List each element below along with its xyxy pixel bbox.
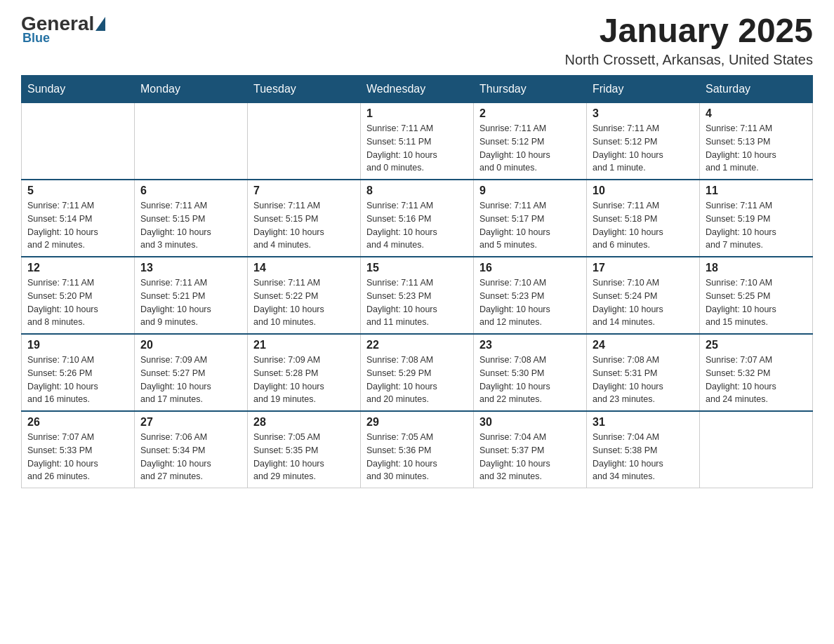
- calendar-cell: 15Sunrise: 7:11 AM Sunset: 5:23 PM Dayli…: [361, 257, 474, 334]
- day-info: Sunrise: 7:11 AM Sunset: 5:13 PM Dayligh…: [706, 122, 807, 175]
- logo-blue-text: Blue: [22, 31, 50, 46]
- day-number: 12: [27, 262, 128, 274]
- day-info: Sunrise: 7:11 AM Sunset: 5:21 PM Dayligh…: [140, 276, 241, 329]
- day-number: 21: [253, 339, 355, 351]
- day-number: 17: [593, 262, 694, 274]
- calendar-cell: 16Sunrise: 7:10 AM Sunset: 5:23 PM Dayli…: [474, 257, 587, 334]
- day-of-week-header: Sunday: [22, 76, 135, 103]
- day-number: 7: [253, 185, 355, 197]
- calendar-cell: 13Sunrise: 7:11 AM Sunset: 5:21 PM Dayli…: [135, 257, 248, 334]
- day-number: 8: [366, 185, 468, 197]
- day-info: Sunrise: 7:11 AM Sunset: 5:15 PM Dayligh…: [253, 199, 355, 252]
- calendar-cell: 5Sunrise: 7:11 AM Sunset: 5:14 PM Daylig…: [22, 180, 135, 257]
- day-info: Sunrise: 7:11 AM Sunset: 5:18 PM Dayligh…: [593, 199, 694, 252]
- day-info: Sunrise: 7:10 AM Sunset: 5:24 PM Dayligh…: [593, 276, 694, 329]
- day-info: Sunrise: 7:11 AM Sunset: 5:17 PM Dayligh…: [479, 199, 581, 252]
- day-number: 18: [706, 262, 807, 274]
- calendar-cell: 4Sunrise: 7:11 AM Sunset: 5:13 PM Daylig…: [700, 103, 813, 180]
- day-info: Sunrise: 7:04 AM Sunset: 5:37 PM Dayligh…: [479, 431, 581, 483]
- day-info: Sunrise: 7:11 AM Sunset: 5:12 PM Dayligh…: [479, 122, 581, 175]
- day-number: 9: [479, 185, 581, 197]
- day-number: 28: [253, 416, 355, 429]
- logo: General Blue: [21, 14, 107, 46]
- calendar-cell: [248, 103, 361, 180]
- calendar-cell: 3Sunrise: 7:11 AM Sunset: 5:12 PM Daylig…: [587, 103, 700, 180]
- day-number: 15: [366, 262, 468, 274]
- calendar-cell: [22, 103, 135, 180]
- day-info: Sunrise: 7:08 AM Sunset: 5:29 PM Dayligh…: [366, 354, 468, 406]
- calendar-cell: 18Sunrise: 7:10 AM Sunset: 5:25 PM Dayli…: [700, 257, 813, 334]
- calendar-table: SundayMondayTuesdayWednesdayThursdayFrid…: [21, 75, 813, 488]
- day-info: Sunrise: 7:05 AM Sunset: 5:35 PM Dayligh…: [253, 431, 355, 483]
- day-number: 29: [366, 416, 468, 429]
- day-number: 19: [27, 339, 128, 351]
- day-of-week-header: Tuesday: [248, 76, 361, 103]
- day-number: 16: [479, 262, 581, 274]
- calendar-cell: 22Sunrise: 7:08 AM Sunset: 5:29 PM Dayli…: [361, 334, 474, 411]
- calendar-cell: 24Sunrise: 7:08 AM Sunset: 5:31 PM Dayli…: [587, 334, 700, 411]
- day-of-week-header: Monday: [135, 76, 248, 103]
- day-info: Sunrise: 7:11 AM Sunset: 5:16 PM Dayligh…: [366, 199, 468, 252]
- day-number: 14: [253, 262, 355, 274]
- calendar-cell: [135, 103, 248, 180]
- calendar-cell: 31Sunrise: 7:04 AM Sunset: 5:38 PM Dayli…: [587, 411, 700, 488]
- day-number: 22: [366, 339, 468, 351]
- calendar-cell: 2Sunrise: 7:11 AM Sunset: 5:12 PM Daylig…: [474, 103, 587, 180]
- calendar-cell: 30Sunrise: 7:04 AM Sunset: 5:37 PM Dayli…: [474, 411, 587, 488]
- day-number: 6: [140, 185, 241, 197]
- calendar-cell: 23Sunrise: 7:08 AM Sunset: 5:30 PM Dayli…: [474, 334, 587, 411]
- day-info: Sunrise: 7:11 AM Sunset: 5:20 PM Dayligh…: [27, 276, 128, 329]
- week-row: 5Sunrise: 7:11 AM Sunset: 5:14 PM Daylig…: [22, 180, 813, 257]
- day-number: 26: [27, 416, 128, 429]
- day-of-week-header: Friday: [587, 76, 700, 103]
- day-info: Sunrise: 7:11 AM Sunset: 5:11 PM Dayligh…: [366, 122, 468, 175]
- day-number: 24: [593, 339, 694, 351]
- day-number: 1: [366, 107, 468, 120]
- day-of-week-header: Saturday: [700, 76, 813, 103]
- calendar-cell: 7Sunrise: 7:11 AM Sunset: 5:15 PM Daylig…: [248, 180, 361, 257]
- day-info: Sunrise: 7:04 AM Sunset: 5:38 PM Dayligh…: [593, 431, 694, 483]
- week-row: 12Sunrise: 7:11 AM Sunset: 5:20 PM Dayli…: [22, 257, 813, 334]
- day-info: Sunrise: 7:08 AM Sunset: 5:31 PM Dayligh…: [593, 354, 694, 406]
- day-of-week-header: Wednesday: [361, 76, 474, 103]
- day-info: Sunrise: 7:11 AM Sunset: 5:23 PM Dayligh…: [366, 276, 468, 329]
- month-title: January 2025: [565, 14, 814, 48]
- day-info: Sunrise: 7:08 AM Sunset: 5:30 PM Dayligh…: [479, 354, 581, 406]
- calendar-cell: 21Sunrise: 7:09 AM Sunset: 5:28 PM Dayli…: [248, 334, 361, 411]
- day-info: Sunrise: 7:11 AM Sunset: 5:22 PM Dayligh…: [253, 276, 355, 329]
- calendar-cell: 11Sunrise: 7:11 AM Sunset: 5:19 PM Dayli…: [700, 180, 813, 257]
- logo-triangle-icon: [95, 17, 105, 31]
- week-row: 26Sunrise: 7:07 AM Sunset: 5:33 PM Dayli…: [22, 411, 813, 488]
- week-row: 1Sunrise: 7:11 AM Sunset: 5:11 PM Daylig…: [22, 103, 813, 180]
- day-info: Sunrise: 7:09 AM Sunset: 5:27 PM Dayligh…: [140, 354, 241, 406]
- day-of-week-header: Thursday: [474, 76, 587, 103]
- day-number: 30: [479, 416, 581, 429]
- day-number: 25: [706, 339, 807, 351]
- day-number: 13: [140, 262, 241, 274]
- calendar-cell: 17Sunrise: 7:10 AM Sunset: 5:24 PM Dayli…: [587, 257, 700, 334]
- calendar-cell: 8Sunrise: 7:11 AM Sunset: 5:16 PM Daylig…: [361, 180, 474, 257]
- day-info: Sunrise: 7:06 AM Sunset: 5:34 PM Dayligh…: [140, 431, 241, 483]
- day-number: 27: [140, 416, 241, 429]
- calendar-cell: 1Sunrise: 7:11 AM Sunset: 5:11 PM Daylig…: [361, 103, 474, 180]
- day-info: Sunrise: 7:09 AM Sunset: 5:28 PM Dayligh…: [253, 354, 355, 406]
- calendar-header-row: SundayMondayTuesdayWednesdayThursdayFrid…: [22, 76, 813, 103]
- location-title: North Crossett, Arkansas, United States: [565, 52, 814, 68]
- calendar-cell: 26Sunrise: 7:07 AM Sunset: 5:33 PM Dayli…: [22, 411, 135, 488]
- week-row: 19Sunrise: 7:10 AM Sunset: 5:26 PM Dayli…: [22, 334, 813, 411]
- day-number: 23: [479, 339, 581, 351]
- day-info: Sunrise: 7:10 AM Sunset: 5:26 PM Dayligh…: [27, 354, 128, 406]
- day-info: Sunrise: 7:11 AM Sunset: 5:15 PM Dayligh…: [140, 199, 241, 252]
- day-number: 5: [27, 185, 128, 197]
- day-info: Sunrise: 7:07 AM Sunset: 5:32 PM Dayligh…: [706, 354, 807, 406]
- calendar-cell: 27Sunrise: 7:06 AM Sunset: 5:34 PM Dayli…: [135, 411, 248, 488]
- calendar-cell: 10Sunrise: 7:11 AM Sunset: 5:18 PM Dayli…: [587, 180, 700, 257]
- day-info: Sunrise: 7:05 AM Sunset: 5:36 PM Dayligh…: [366, 431, 468, 483]
- day-number: 31: [593, 416, 694, 429]
- day-number: 4: [706, 107, 807, 120]
- day-number: 20: [140, 339, 241, 351]
- calendar-cell: 6Sunrise: 7:11 AM Sunset: 5:15 PM Daylig…: [135, 180, 248, 257]
- calendar-cell: 25Sunrise: 7:07 AM Sunset: 5:32 PM Dayli…: [700, 334, 813, 411]
- day-info: Sunrise: 7:07 AM Sunset: 5:33 PM Dayligh…: [27, 431, 128, 483]
- calendar-cell: 9Sunrise: 7:11 AM Sunset: 5:17 PM Daylig…: [474, 180, 587, 257]
